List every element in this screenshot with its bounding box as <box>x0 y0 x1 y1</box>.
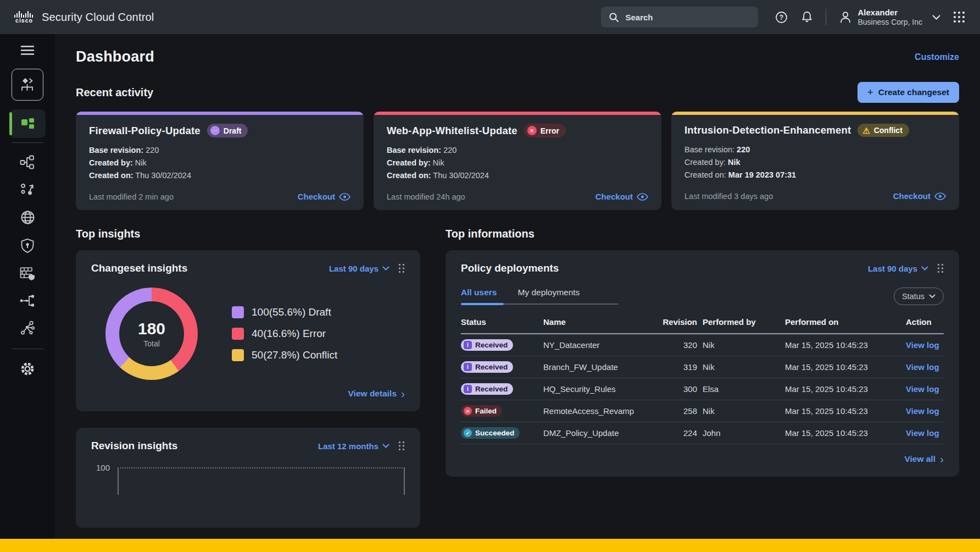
checkout-link[interactable]: Checkout <box>298 192 350 201</box>
view-log-link[interactable]: View log <box>906 362 944 372</box>
column-header-revision: Revision <box>659 317 703 327</box>
changeset-card-meta: Base revision: 220 Created by: Nik Creat… <box>89 144 350 182</box>
checkout-link[interactable]: Checkout <box>595 192 648 201</box>
recent-activity-cards: Firewall-Policy-Update ··· Draft Base re… <box>76 112 959 210</box>
search-input[interactable] <box>625 12 750 23</box>
settings-gear-icon[interactable] <box>20 361 35 377</box>
info-icon: i <box>464 363 472 371</box>
customize-link[interactable]: Customize <box>915 52 959 62</box>
recent-activity-heading: Recent activity <box>76 86 153 99</box>
panel-title: Changeset insights <box>91 262 187 274</box>
drag-handle-icon[interactable] <box>398 441 405 451</box>
sidebar-item-network-objects[interactable] <box>20 294 35 307</box>
top-informations-heading: Top informations <box>446 228 959 240</box>
deployment-name: HQ_Security_Rules <box>543 384 659 394</box>
range-selector[interactable]: Last 90 days <box>868 264 928 273</box>
tab-all-users[interactable]: All users <box>461 288 497 297</box>
sidebar-divider <box>12 142 43 143</box>
performed-by: Elsa <box>703 384 785 394</box>
table-header-row: Status Name Revision Performed by Perfor… <box>461 317 944 334</box>
app-grid-icon[interactable] <box>953 10 966 24</box>
performed-on: Mar 15, 2025 10:45:23 <box>785 362 906 372</box>
performed-by: Nik <box>703 340 785 350</box>
topbar-actions: ? Alexander Business Corp, Inc <box>775 8 966 27</box>
user-profile-menu[interactable]: Alexander Business Corp, Inc <box>838 8 941 27</box>
panel-title: Policy deployments <box>461 262 559 274</box>
view-log-link[interactable]: View log <box>906 428 944 438</box>
changeset-card-title: Web-App-Whitelist-Update <box>387 125 517 137</box>
cisco-logo: cisco <box>14 10 34 24</box>
performed-on: Mar 15, 2025 10:45:23 <box>785 340 906 350</box>
status-badge-failed: ✕Failed <box>461 405 502 417</box>
status-badge-error: ✕ Error <box>524 124 566 137</box>
status-badge-received: iReceived <box>461 361 513 373</box>
view-all-link[interactable]: View all › <box>904 453 944 465</box>
notifications-bell-icon[interactable] <box>800 10 814 24</box>
plus-icon: + <box>867 89 873 96</box>
table-row: iReceived NY_Datacenter 320 Nik Mar 15, … <box>461 334 944 356</box>
svg-text:?: ? <box>779 14 783 21</box>
revision-insights-panel: Revision insights Last 12 months <box>76 428 420 528</box>
donut-total-value: 180 <box>138 319 165 338</box>
main-content: Dashboard Customize Recent activity + Cr… <box>55 34 980 552</box>
chevron-down-icon <box>382 266 389 271</box>
changeset-card-title: Intrusion-Detection-Enhancement <box>684 124 851 136</box>
view-log-link[interactable]: View log <box>906 340 944 350</box>
view-log-link[interactable]: View log <box>906 406 944 416</box>
sidebar-item-migration[interactable] <box>20 183 35 197</box>
changeset-card-draft[interactable]: Firewall-Policy-Update ··· Draft Base re… <box>76 112 364 210</box>
sidebar-item-topology[interactable] <box>20 155 35 169</box>
help-icon[interactable]: ? <box>775 10 788 24</box>
deployment-revision: 320 <box>659 340 703 350</box>
table-row: iReceived HQ_Security_Rules 300 Elsa Mar… <box>461 378 944 400</box>
status-badge-conflict: ⚠ Conflict <box>858 124 909 137</box>
deployment-name: Branch_FW_Update <box>543 362 659 372</box>
sidebar-item-firewall-icon[interactable] <box>20 267 35 281</box>
topbar-divider <box>826 9 826 25</box>
chevron-right-icon: › <box>940 453 944 465</box>
changeset-card-error[interactable]: Web-App-Whitelist-Update ✕ Error Base re… <box>374 112 661 210</box>
status-filter-dropdown[interactable]: Status <box>894 288 944 305</box>
view-details-link[interactable]: View details › <box>348 388 405 399</box>
sidebar-item-internet-globe-icon[interactable] <box>20 210 35 225</box>
donut-legend: 100(55.6%) Draft 40(16.6%) Error 50(27.8… <box>232 306 337 361</box>
performed-by: John <box>703 428 785 438</box>
status-badge-succeeded: ✓Succeeded <box>461 427 520 439</box>
changeset-card-meta: Base revision: 220 Created by: Nik Creat… <box>387 144 648 182</box>
range-selector[interactable]: Last 90 days <box>329 264 389 273</box>
active-tab-indicator <box>461 303 504 305</box>
donut-center: 180 Total <box>119 301 184 366</box>
deployments-table: Status Name Revision Performed by Perfor… <box>461 317 944 444</box>
user-org: Business Corp, Inc <box>858 18 923 27</box>
chevron-down-icon <box>382 444 389 448</box>
search-box[interactable] <box>601 7 758 27</box>
checkout-link[interactable]: Checkout <box>893 191 946 201</box>
tab-underline <box>461 303 618 305</box>
chevron-down-icon <box>921 266 928 271</box>
sidebar-item-changeset-creator[interactable] <box>12 69 43 101</box>
create-changeset-button[interactable]: + Create changeset <box>858 82 959 103</box>
menu-hamburger-icon[interactable] <box>20 45 35 56</box>
page-title: Dashboard <box>76 48 154 65</box>
sidebar-item-integrations[interactable] <box>20 321 35 335</box>
performed-on: Mar 15, 2025 10:45:23 <box>785 406 906 416</box>
status-badge-received: iReceived <box>461 383 513 395</box>
sidebar-item-dashboard[interactable] <box>9 109 46 138</box>
sidebar <box>0 34 55 552</box>
view-log-link[interactable]: View log <box>906 384 944 394</box>
changeset-card-conflict[interactable]: Intrusion-Detection-Enhancement ⚠ Confli… <box>671 112 959 210</box>
changeset-card-meta: Base revision: 220 Created by: Nik Creat… <box>684 143 946 181</box>
sidebar-item-security-shield-icon[interactable] <box>20 238 35 253</box>
deployment-name: NY_Datacenter <box>543 340 659 350</box>
tab-my-deployments[interactable]: My deployments <box>517 288 580 297</box>
drag-handle-icon[interactable] <box>937 263 944 273</box>
chevron-down-icon <box>929 294 936 299</box>
drag-handle-icon[interactable] <box>398 263 405 273</box>
panel-title: Revision insights <box>91 440 177 452</box>
performed-on: Mar 15, 2025 10:45:23 <box>785 384 906 394</box>
range-selector[interactable]: Last 12 months <box>318 441 389 451</box>
last-modified-text: Last modified 2 min ago <box>89 192 174 201</box>
info-icon: i <box>464 385 472 393</box>
legend-item-error: 40(16.6%) Error <box>232 328 337 340</box>
top-insights-heading: Top insights <box>76 228 420 240</box>
